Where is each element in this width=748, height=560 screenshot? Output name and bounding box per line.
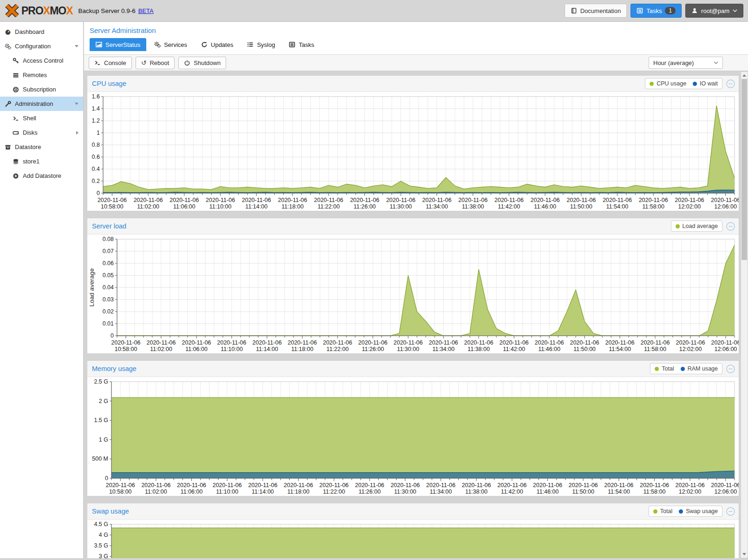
svg-text:2020-11-06: 2020-11-06 <box>134 197 163 203</box>
svg-text:2020-11-06: 2020-11-06 <box>569 482 598 488</box>
sidebar-item-access-control[interactable]: Access Control <box>0 53 83 68</box>
svg-text:11:46:00: 11:46:00 <box>537 488 559 495</box>
svg-text:11:42:00: 11:42:00 <box>501 488 523 495</box>
svg-text:0.02: 0.02 <box>103 308 114 315</box>
server-load-panel-header: Server load Load average <box>87 218 739 234</box>
svg-text:2020-11-06: 2020-11-06 <box>711 339 739 346</box>
memory-usage-panel-header: Memory usage Total RAM usage <box>87 361 739 377</box>
tab-updates[interactable]: Updates <box>195 38 239 51</box>
legend-item: IO wait <box>693 80 718 87</box>
cpu-usage-panel: CPU usage CPU usage IO wait 00.20.40.60.… <box>87 75 739 211</box>
page-title: Server Administration <box>90 26 748 34</box>
tasks-list-icon <box>637 7 643 14</box>
svg-text:2020-11-06: 2020-11-06 <box>497 482 527 488</box>
power-icon <box>184 59 190 66</box>
svg-text:2020-11-06: 2020-11-06 <box>319 482 349 488</box>
svg-text:2020-11-06: 2020-11-06 <box>640 482 669 488</box>
svg-text:1.2: 1.2 <box>92 117 100 124</box>
svg-text:0.6: 0.6 <box>92 154 100 160</box>
svg-text:12:02:00: 12:02:00 <box>678 203 701 210</box>
svg-text:2020-11-06: 2020-11-06 <box>141 482 170 488</box>
collapse-caret-icon[interactable] <box>75 103 78 105</box>
collapse-icon[interactable] <box>726 79 735 88</box>
legend-dot <box>681 367 685 371</box>
main-content: Server Administration ServerStatus Servi… <box>84 22 748 560</box>
svg-text:2020-11-06: 2020-11-06 <box>358 339 388 346</box>
scroll-up-arrow-icon[interactable] <box>741 72 748 79</box>
sidebar-item-subscription[interactable]: Subscription <box>0 82 83 97</box>
sidebar-item-remotes[interactable]: Remotes <box>0 68 83 82</box>
svg-text:0.03: 0.03 <box>103 296 114 303</box>
chevron-down-icon <box>733 9 737 13</box>
vertical-scrollbar[interactable] <box>741 72 748 558</box>
documentation-button[interactable]: Documentation <box>565 4 627 18</box>
gears-icon <box>5 43 11 50</box>
svg-text:0.08: 0.08 <box>103 236 114 242</box>
svg-text:11:58:00: 11:58:00 <box>642 203 664 210</box>
user-icon <box>691 7 698 14</box>
tab-tasks[interactable]: Tasks <box>283 38 320 51</box>
svg-text:11:38:00: 11:38:00 <box>465 488 488 495</box>
svg-text:3.5 G: 3.5 G <box>94 542 108 549</box>
collapse-icon[interactable] <box>726 507 735 516</box>
sidebar-item-datastore[interactable]: Datastore <box>0 140 83 154</box>
svg-text:2020-11-06: 2020-11-06 <box>640 339 670 346</box>
svg-text:2020-11-06: 2020-11-06 <box>111 339 141 346</box>
svg-text:11:14:00: 11:14:00 <box>245 203 267 210</box>
svg-text:11:54:00: 11:54:00 <box>606 203 629 210</box>
svg-text:2020-11-06: 2020-11-06 <box>350 197 379 203</box>
shutdown-button[interactable]: Shutdown <box>178 57 226 69</box>
console-button[interactable]: Console <box>89 57 132 69</box>
collapse-icon[interactable] <box>726 222 735 231</box>
svg-text:0: 0 <box>97 190 100 196</box>
reboot-button[interactable]: ↺ Reboot <box>136 57 175 69</box>
scroll-down-arrow-icon[interactable] <box>741 551 748 558</box>
tab-syslog[interactable]: Syslog <box>241 38 281 51</box>
server-load-panel: Server load Load average 00.010.020.030.… <box>87 218 739 354</box>
expand-caret-icon[interactable] <box>76 131 78 135</box>
svg-text:11:42:00: 11:42:00 <box>498 203 520 210</box>
main-header: Server Administration ServerStatus Servi… <box>84 22 748 54</box>
sidebar-item-shell[interactable]: Shell <box>0 111 83 125</box>
beta-link[interactable]: BETA <box>138 7 154 14</box>
svg-text:4 G: 4 G <box>99 532 108 538</box>
tab-serverstatus[interactable]: ServerStatus <box>90 38 146 51</box>
svg-text:2020-11-06: 2020-11-06 <box>106 482 135 488</box>
svg-text:11:14:00: 11:14:00 <box>252 488 274 495</box>
svg-text:2020-11-06: 2020-11-06 <box>314 197 343 203</box>
tab-services[interactable]: Services <box>148 38 193 51</box>
proxmox-logo: PROXMOX <box>5 4 73 17</box>
sidebar-item-administration[interactable]: Administration <box>0 97 83 111</box>
svg-text:12:02:00: 12:02:00 <box>679 488 702 495</box>
sidebar-item-dashboard[interactable]: Dashboard <box>0 25 83 39</box>
svg-text:1.5 G: 1.5 G <box>94 417 108 423</box>
collapse-caret-icon[interactable] <box>75 45 78 47</box>
sidebar-item-store1[interactable]: store1 <box>0 154 83 169</box>
svg-text:2020-11-06: 2020-11-06 <box>462 482 491 488</box>
svg-text:12:06:00: 12:06:00 <box>714 203 737 210</box>
sidebar-item-disks[interactable]: Disks <box>0 125 83 140</box>
tasks-button[interactable]: Tasks 1 <box>631 4 682 18</box>
legend-item: Load average <box>676 223 718 229</box>
svg-text:2020-11-06: 2020-11-06 <box>533 482 562 488</box>
svg-text:11:38:00: 11:38:00 <box>462 203 484 210</box>
legend-item: CPU usage <box>650 80 686 87</box>
user-menu-button[interactable]: root@pam <box>685 4 743 18</box>
scrollbar-thumb[interactable] <box>741 79 747 260</box>
legend-item: RAM usage <box>681 365 718 372</box>
svg-text:11:06:00: 11:06:00 <box>173 203 195 210</box>
svg-text:0: 0 <box>105 475 108 482</box>
sidebar-item-configuration[interactable]: Configuration <box>0 39 83 53</box>
sidebar-item-add-datastore[interactable]: Add Datastore <box>0 169 83 183</box>
proxmox-wordmark: PROXMOX <box>21 5 73 17</box>
log-list-icon <box>247 41 254 48</box>
svg-text:11:10:00: 11:10:00 <box>209 203 232 210</box>
cpu-usage-chart: 00.20.40.60.811.21.41.62020-11-0610:58:0… <box>87 92 739 211</box>
collapse-icon[interactable] <box>726 365 735 373</box>
timeframe-select[interactable]: Hour (average) <box>649 57 723 69</box>
legend-item: Total <box>655 365 674 372</box>
svg-text:11:26:00: 11:26:00 <box>362 346 384 352</box>
svg-text:0.07: 0.07 <box>103 248 114 254</box>
legend-dot <box>653 509 657 514</box>
rotate-left-icon: ↺ <box>141 59 147 66</box>
